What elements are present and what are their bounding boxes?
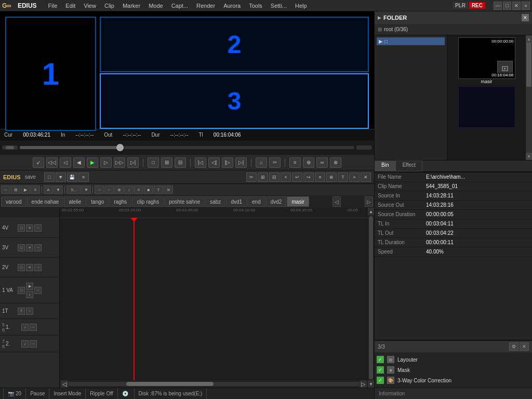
- menu-aurora[interactable]: Aurora: [221, 3, 243, 9]
- menu-help[interactable]: Help: [293, 3, 309, 9]
- tab-masir[interactable]: masir: [287, 196, 309, 207]
- home-button[interactable]: ⌂: [256, 157, 267, 168]
- extra-4[interactable]: ⊗: [330, 157, 341, 168]
- timeline-hscrollbar[interactable]: ◁ ▷: [60, 380, 368, 388]
- tab-dvd1[interactable]: dvd1: [226, 196, 247, 207]
- editor-close[interactable]: ✕: [361, 172, 371, 182]
- menu-file[interactable]: File: [46, 3, 60, 9]
- track-3v-icon2[interactable]: ≡: [26, 244, 33, 251]
- status-ripple[interactable]: Ripple Off: [86, 388, 117, 399]
- editor-tool-copy[interactable]: ⊞: [258, 172, 268, 182]
- track-1va-icon2[interactable]: ▶: [26, 283, 33, 290]
- track-1va-icon1[interactable]: □: [18, 287, 25, 294]
- menu-clip[interactable]: Clip: [102, 3, 116, 9]
- track-3v-icon1[interactable]: □: [18, 244, 25, 251]
- track-audio2-icon2[interactable]: →: [30, 340, 37, 348]
- tab-sabz[interactable]: sabz: [205, 196, 225, 207]
- mini-tool-8[interactable]: →: [95, 185, 104, 194]
- editor-tool-paste[interactable]: ⊟: [269, 172, 280, 182]
- menu-settings[interactable]: Setti...: [269, 3, 289, 9]
- track-1va-icon4[interactable]: →: [34, 287, 42, 294]
- bin-scroll-track[interactable]: [526, 43, 532, 153]
- bin-tree-item-root[interactable]: ▶ □: [377, 37, 445, 45]
- close-button[interactable]: ✕: [512, 2, 521, 10]
- editor-tool-new[interactable]: □: [44, 172, 55, 182]
- track-4v-icon3[interactable]: →: [34, 224, 42, 232]
- tab-clip-raghs[interactable]: clip raghs: [132, 196, 164, 207]
- vscroll-thumb[interactable]: [369, 216, 373, 379]
- tab-atelie[interactable]: atelie: [64, 196, 86, 207]
- minimize-button[interactable]: —: [494, 2, 502, 10]
- editor-tool-del[interactable]: ×: [281, 172, 291, 182]
- track-2v-icon2[interactable]: ≡: [26, 264, 33, 271]
- goto-out-button[interactable]: ▷|: [127, 157, 139, 168]
- tab-ende-nahae[interactable]: ende nahae: [27, 196, 64, 207]
- in-button[interactable]: ⊟: [175, 157, 186, 168]
- mini-tool-13[interactable]: ■: [144, 185, 153, 194]
- mini-tool-6[interactable]: ▼: [54, 185, 63, 194]
- editor-tool-6[interactable]: ⊕: [326, 172, 337, 182]
- mini-tool-7[interactable]: ▼: [82, 185, 91, 194]
- track-audio1-icon2[interactable]: →: [30, 324, 37, 331]
- track-1va-icon3[interactable]: ♪: [26, 291, 33, 298]
- track-2v-icon1[interactable]: □: [18, 264, 25, 271]
- mini-tool-3[interactable]: ▶: [21, 185, 30, 194]
- stop-button[interactable]: □: [148, 157, 159, 168]
- vscroll-down-btn[interactable]: ▼: [368, 380, 374, 388]
- editor-tool-cut[interactable]: ✂: [246, 172, 257, 182]
- menu-marker[interactable]: Marker: [121, 3, 142, 9]
- hscroll-left-btn[interactable]: ◁: [61, 380, 68, 388]
- effect-check-layouter[interactable]: ✓: [377, 356, 384, 363]
- bin-clip-masir-thumbnail[interactable]: 00:00:00:00 00:16:04:06: [458, 37, 515, 79]
- track-audio2-icon1[interactable]: ♪: [21, 340, 29, 348]
- bin-close-button[interactable]: ✕: [522, 14, 529, 21]
- tab-dvd2[interactable]: dvd2: [266, 196, 287, 207]
- track-1t-icon1[interactable]: T: [18, 308, 25, 315]
- effect-check-colorgrading[interactable]: ✓: [377, 377, 384, 384]
- cut-button[interactable]: ✂: [269, 157, 281, 168]
- editor-tool-save2[interactable]: 💾: [67, 172, 77, 182]
- bin-scroll-thumb[interactable]: [526, 43, 531, 87]
- mark-out-button[interactable]: ◁|: [208, 157, 220, 168]
- track-4v-icon2[interactable]: ≡: [26, 224, 33, 232]
- prev-frame-button[interactable]: ◁: [60, 157, 71, 168]
- tab-raghs[interactable]: raghs: [109, 196, 131, 207]
- bin-scroll-down[interactable]: ▼: [526, 153, 532, 160]
- extra-2[interactable]: ⊕: [303, 157, 314, 168]
- editor-tool-undo[interactable]: ↩: [292, 172, 302, 182]
- mini-tool-14[interactable]: T: [154, 185, 163, 194]
- mini-tool-12[interactable]: ≡: [134, 185, 143, 194]
- tracks-content-area[interactable]: [60, 218, 368, 380]
- menu-tools[interactable]: Tools: [247, 3, 264, 9]
- mark-in-button[interactable]: |◁: [195, 157, 206, 168]
- mini-tool-num[interactable]: 5...: [66, 185, 81, 194]
- loop-button[interactable]: ⊞: [161, 157, 172, 168]
- extra-1[interactable]: ≡: [289, 157, 301, 168]
- tab-tango[interactable]: tango: [86, 196, 109, 207]
- editor-tool-redo[interactable]: ↪: [303, 172, 314, 182]
- mini-tool-2[interactable]: ⊞: [11, 185, 20, 194]
- track-3v-icon3[interactable]: →: [34, 244, 42, 251]
- tab-end[interactable]: end: [247, 196, 265, 207]
- hscroll-thumb[interactable]: [126, 382, 214, 386]
- tab-nav-right[interactable]: ▷: [365, 196, 373, 207]
- step-forward-button[interactable]: ▷▷: [114, 157, 125, 168]
- clip-out-button[interactable]: ▷|: [235, 157, 247, 168]
- clip-in-button[interactable]: |▷: [222, 157, 233, 168]
- effects-close-btn[interactable]: ✕: [520, 342, 529, 351]
- goto-in-button[interactable]: ↙: [33, 157, 44, 168]
- tab-poshte-sahne[interactable]: poshte sahne: [164, 196, 205, 207]
- hscroll-right-btn[interactable]: ▷: [360, 380, 367, 388]
- mini-tool-5[interactable]: A: [44, 185, 53, 194]
- bin-scroll-up[interactable]: ▲: [526, 35, 532, 43]
- play-backward-button[interactable]: ◀: [73, 157, 85, 168]
- maximize-button[interactable]: □: [503, 2, 511, 10]
- extra-3[interactable]: ∞: [316, 157, 328, 168]
- track-2v-icon3[interactable]: →: [34, 264, 42, 271]
- bin-tab-bin[interactable]: Bin: [375, 161, 395, 171]
- status-insert-mode[interactable]: Insert Mode: [49, 388, 86, 399]
- editor-tool-5[interactable]: ≡: [315, 172, 325, 182]
- menu-edit[interactable]: Edit: [63, 3, 77, 9]
- next-frame-button[interactable]: ▷: [100, 157, 112, 168]
- mini-tool-10[interactable]: ⊕: [114, 185, 124, 194]
